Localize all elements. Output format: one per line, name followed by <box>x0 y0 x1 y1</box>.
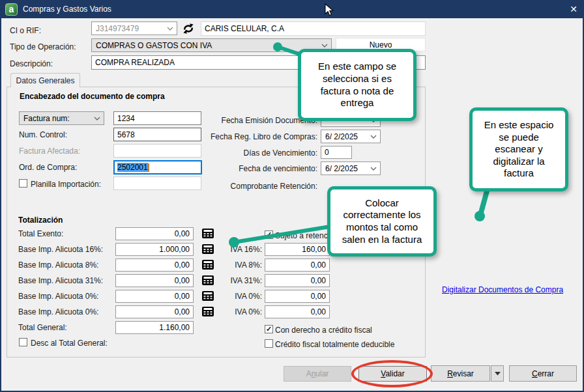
dias-vencimiento-label: Días de Vencimiento: <box>197 148 317 158</box>
fecha-reg-value: 6/ 2/2025 <box>325 132 358 141</box>
check-icon: ✓ <box>266 325 272 333</box>
supplier-name-field[interactable]: CARIS CELULAR, C.A <box>201 21 426 36</box>
base-31-label: Base Imp. Alicuota 31%: <box>18 276 103 285</box>
callout-text: En este espacio se puede escanear y digi… <box>478 119 559 180</box>
chevron-down-icon <box>167 27 173 31</box>
base-16-label: Base Imp. Alicuota 16%: <box>18 245 103 254</box>
tab-datos-generales[interactable]: Datos Generales <box>10 73 80 87</box>
iva-16-value: 160,00 <box>302 245 326 254</box>
calculator-button[interactable] <box>202 291 214 301</box>
digitalizar-link[interactable]: Digitalizar Documentos de Compra <box>442 285 563 294</box>
iva-8-field[interactable]: 0,00 <box>265 259 330 272</box>
comprobante-retencion-label: Comprobante Retención: <box>197 182 317 191</box>
iva-16-field[interactable]: 160,00 <box>265 243 330 256</box>
total-exento-field[interactable]: 0,00 <box>115 227 194 240</box>
iva-0b-label: IVA 0%: <box>216 307 262 316</box>
nuevo-button-label: Nuevo <box>370 40 392 49</box>
ord-compra-field[interactable]: 2502001 <box>113 160 202 175</box>
iva-31-field[interactable]: 0,00 <box>265 274 330 287</box>
fecha-reg-label: Fecha Reg. Libro de Compras: <box>197 132 317 141</box>
calculator-button[interactable] <box>202 307 214 316</box>
cerrar-button[interactable]: Cerrar <box>509 365 577 382</box>
planilla-field[interactable] <box>113 176 201 190</box>
revisar-dropdown-button[interactable] <box>491 365 504 382</box>
iva-0a-label: IVA 0%: <box>216 292 262 301</box>
total-general-label: Total General: <box>18 323 67 332</box>
callout-escanear: En este espacio se puede escanear y digi… <box>469 107 568 191</box>
num-control-field[interactable]: 5678 <box>113 128 201 141</box>
total-exento-value: 0,00 <box>175 229 190 238</box>
credito-fiscal-label: Con derecho a crédito fiscal <box>275 326 372 335</box>
tipo-operacion-combo[interactable]: COMPRAS O GASTOS CON IVA <box>91 38 332 52</box>
sujeto-retencion-checkbox[interactable]: ✓ <box>265 231 273 239</box>
base-0a-field[interactable]: 0,00 <box>115 290 194 303</box>
factura-afectada-field <box>113 144 201 158</box>
ci-rif-combo[interactable]: J314973479 <box>91 21 177 35</box>
dias-vencimiento-field[interactable]: 0 <box>321 146 352 159</box>
iva-0b-field[interactable]: 0,00 <box>265 305 330 318</box>
base-8-label: Base Imp. Alicuota 8%: <box>18 260 98 270</box>
revisar-button[interactable]: Revisar <box>431 365 490 382</box>
base-16-value: 1.000,00 <box>159 245 190 254</box>
callout-text: En este campo se selecciona si es factur… <box>307 61 407 109</box>
dialog-compras-gastos: a Compras y Gastos Varios ✕ CI o RIF: J3… <box>0 0 584 392</box>
base-0b-label: Base Imp. Alicuota 0%: <box>18 307 98 316</box>
close-button[interactable]: ✕ <box>570 0 577 18</box>
credito-deducible-label: Crédito fiscal totalmente deducible <box>275 340 394 349</box>
cerrar-button-label: Cerrar <box>532 369 554 378</box>
base-8-value: 0,00 <box>175 260 190 270</box>
red-highlight-ellipse <box>351 360 433 387</box>
chevron-down-icon <box>370 167 377 171</box>
iva-0a-value: 0,00 <box>311 292 326 301</box>
desc-total-checkbox[interactable] <box>19 338 27 346</box>
total-general-field[interactable]: 1.160,00 <box>115 321 194 334</box>
base-0b-value: 0,00 <box>175 307 190 316</box>
calculator-button[interactable] <box>202 229 214 238</box>
encabezado-section-title: Encabezado del documento de compra <box>20 92 165 101</box>
iva-8-value: 0,00 <box>311 260 326 270</box>
factura-afectada-label: Factura Afectada: <box>19 147 80 156</box>
refresh-button[interactable] <box>182 23 195 35</box>
chevron-down-icon <box>321 44 328 48</box>
factura-num-combo[interactable]: Factura num: <box>19 111 104 125</box>
revisar-button-label: Revisar <box>447 369 474 378</box>
total-general-value: 1.160,00 <box>159 323 190 332</box>
window-title: Compras y Gastos Varios <box>23 5 111 14</box>
refresh-icon <box>182 23 195 35</box>
fecha-reg-field[interactable]: 6/ 2/2025 <box>321 130 381 143</box>
base-16-field[interactable]: 1.000,00 <box>115 243 194 256</box>
desc-total-label: Desc al Total General: <box>31 339 108 348</box>
credito-deducible-checkbox[interactable] <box>265 339 273 348</box>
tipo-operacion-label: Tipo de Operación: <box>10 42 76 51</box>
fecha-vencimiento-field[interactable]: 6/ 2/2025 <box>321 161 381 175</box>
titlebar: a Compras y Gastos Varios ✕ <box>0 0 584 18</box>
base-8-field[interactable]: 0,00 <box>115 259 194 272</box>
credito-fiscal-checkbox[interactable]: ✓ <box>265 325 273 333</box>
app-icon: a <box>5 3 18 16</box>
num-control-label: Num. Control: <box>19 130 67 139</box>
calculator-button[interactable] <box>202 260 214 270</box>
dropdown-arrow-icon <box>495 372 501 376</box>
iva-31-label: IVA 31%: <box>216 276 262 285</box>
calculator-button[interactable] <box>202 244 214 254</box>
calculator-button[interactable] <box>202 275 214 285</box>
callout-montos: Colocar correctamente los montos tal com… <box>327 186 437 257</box>
iva-31-value: 0,00 <box>311 276 326 285</box>
ord-compra-label: Ord. de Compra: <box>19 163 77 172</box>
callout-tipo-operacion: En este campo se selecciona si es factur… <box>298 49 416 121</box>
base-0b-field[interactable]: 0,00 <box>115 305 194 318</box>
iva-8-label: IVA 8%: <box>216 260 262 270</box>
descripcion-value: COMPRA REALIZADA <box>95 58 175 67</box>
factura-num-field[interactable]: 1234 <box>113 111 201 125</box>
iva-0a-field[interactable]: 0,00 <box>265 290 330 303</box>
supplier-name-value: CARIS CELULAR, C.A <box>205 24 284 33</box>
planilla-checkbox[interactable] <box>19 179 27 188</box>
total-exento-label: Total Exento: <box>18 229 63 238</box>
fecha-vencimiento-label: Fecha de vencimiento: <box>197 164 317 173</box>
anular-button-label: Anular <box>306 369 329 378</box>
base-31-field[interactable]: 0,00 <box>115 274 194 287</box>
num-control-value: 5678 <box>117 130 135 139</box>
ord-compra-value: 2502001 <box>117 163 148 172</box>
base-0a-label: Base Imp. Alicuota 0%: <box>18 292 98 301</box>
factura-num-value: 1234 <box>117 114 135 123</box>
